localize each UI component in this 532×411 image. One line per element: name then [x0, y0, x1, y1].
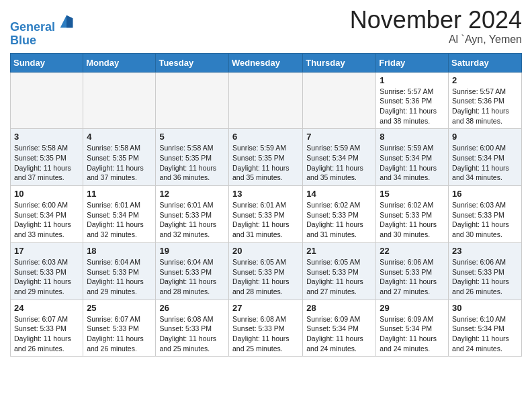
calendar-cell: 12Sunrise: 6:01 AMSunset: 5:33 PMDayligh… [156, 186, 229, 243]
calendar-cell: 11Sunrise: 6:01 AMSunset: 5:34 PMDayligh… [83, 186, 156, 243]
day-info: Sunrise: 5:59 AMSunset: 5:35 PMDaylight:… [232, 143, 299, 183]
day-info: Sunrise: 5:59 AMSunset: 5:34 PMDaylight:… [306, 143, 372, 183]
calendar-cell: 26Sunrise: 6:08 AMSunset: 5:33 PMDayligh… [156, 300, 229, 357]
day-info: Sunrise: 6:08 AMSunset: 5:33 PMDaylight:… [232, 314, 299, 354]
day-info: Sunrise: 5:57 AMSunset: 5:36 PMDaylight:… [380, 87, 445, 126]
day-number: 18 [87, 246, 152, 256]
day-info: Sunrise: 6:09 AMSunset: 5:34 PMDaylight:… [306, 314, 372, 354]
day-info: Sunrise: 6:01 AMSunset: 5:33 PMDaylight:… [232, 200, 299, 240]
calendar-cell: 3Sunrise: 5:58 AMSunset: 5:35 PMDaylight… [11, 129, 83, 186]
logo: General Blue [10, 12, 76, 48]
day-info: Sunrise: 6:03 AMSunset: 5:33 PMDaylight:… [452, 200, 518, 240]
day-number: 3 [14, 132, 79, 142]
logo-text: General [10, 12, 76, 34]
calendar-cell: 1Sunrise: 5:57 AMSunset: 5:36 PMDaylight… [376, 72, 449, 129]
day-number: 25 [87, 303, 152, 313]
day-number: 1 [380, 75, 445, 85]
day-number: 16 [452, 189, 518, 199]
day-info: Sunrise: 5:59 AMSunset: 5:34 PMDaylight:… [380, 143, 445, 183]
day-info: Sunrise: 5:58 AMSunset: 5:35 PMDaylight:… [159, 143, 225, 183]
calendar-header-row: SundayMondayTuesdayWednesdayThursdayFrid… [11, 53, 522, 72]
day-number: 14 [306, 189, 372, 199]
calendar-cell [228, 72, 302, 129]
day-number: 7 [306, 132, 372, 142]
calendar-week-row: 24Sunrise: 6:07 AMSunset: 5:33 PMDayligh… [11, 300, 522, 357]
page: General Blue November 2024 Al `Ayn, Yeme… [0, 0, 532, 367]
calendar-cell: 24Sunrise: 6:07 AMSunset: 5:33 PMDayligh… [11, 300, 83, 357]
day-info: Sunrise: 6:01 AMSunset: 5:34 PMDaylight:… [87, 200, 152, 240]
month-title: November 2024 [350, 7, 522, 34]
calendar-cell: 20Sunrise: 6:05 AMSunset: 5:33 PMDayligh… [228, 242, 302, 300]
day-info: Sunrise: 6:06 AMSunset: 5:33 PMDaylight:… [452, 257, 518, 297]
calendar-cell: 14Sunrise: 6:02 AMSunset: 5:33 PMDayligh… [303, 186, 376, 243]
calendar-cell: 30Sunrise: 6:10 AMSunset: 5:34 PMDayligh… [449, 300, 522, 357]
calendar-cell: 23Sunrise: 6:06 AMSunset: 5:33 PMDayligh… [449, 242, 522, 300]
day-info: Sunrise: 6:00 AMSunset: 5:34 PMDaylight:… [452, 143, 518, 183]
day-info: Sunrise: 6:02 AMSunset: 5:33 PMDaylight:… [380, 200, 445, 240]
weekday-header: Friday [376, 53, 449, 72]
day-info: Sunrise: 6:04 AMSunset: 5:33 PMDaylight:… [87, 257, 152, 297]
day-number: 21 [306, 246, 372, 256]
calendar-cell: 15Sunrise: 6:02 AMSunset: 5:33 PMDayligh… [376, 186, 449, 243]
logo-blue: Blue [10, 34, 76, 48]
day-number: 29 [380, 303, 445, 313]
calendar-week-row: 1Sunrise: 5:57 AMSunset: 5:36 PMDaylight… [11, 72, 522, 129]
calendar-table: SundayMondayTuesdayWednesdayThursdayFrid… [10, 53, 522, 357]
calendar-cell: 29Sunrise: 6:09 AMSunset: 5:34 PMDayligh… [376, 300, 449, 357]
day-info: Sunrise: 6:07 AMSunset: 5:33 PMDaylight:… [14, 314, 79, 354]
day-info: Sunrise: 6:05 AMSunset: 5:33 PMDaylight:… [306, 257, 372, 297]
day-info: Sunrise: 6:09 AMSunset: 5:34 PMDaylight:… [380, 314, 445, 354]
calendar-cell [11, 72, 83, 129]
day-info: Sunrise: 6:06 AMSunset: 5:33 PMDaylight:… [380, 257, 445, 297]
calendar-cell: 9Sunrise: 6:00 AMSunset: 5:34 PMDaylight… [449, 129, 522, 186]
calendar-cell: 8Sunrise: 5:59 AMSunset: 5:34 PMDaylight… [376, 129, 449, 186]
day-info: Sunrise: 6:02 AMSunset: 5:33 PMDaylight:… [306, 200, 372, 240]
day-number: 30 [452, 303, 518, 313]
calendar-cell: 13Sunrise: 6:01 AMSunset: 5:33 PMDayligh… [228, 186, 302, 243]
calendar-cell: 2Sunrise: 5:57 AMSunset: 5:36 PMDaylight… [449, 72, 522, 129]
calendar-cell: 5Sunrise: 5:58 AMSunset: 5:35 PMDaylight… [156, 129, 229, 186]
day-number: 11 [87, 189, 152, 199]
logo-general: General [10, 20, 55, 34]
calendar-cell: 16Sunrise: 6:03 AMSunset: 5:33 PMDayligh… [449, 186, 522, 243]
day-number: 13 [232, 189, 299, 199]
day-number: 12 [159, 189, 225, 199]
calendar-week-row: 10Sunrise: 6:00 AMSunset: 5:34 PMDayligh… [11, 186, 522, 243]
day-number: 10 [14, 189, 79, 199]
day-number: 15 [380, 189, 445, 199]
day-number: 9 [452, 132, 518, 142]
calendar-cell: 28Sunrise: 6:09 AMSunset: 5:34 PMDayligh… [303, 300, 376, 357]
day-number: 24 [14, 303, 79, 313]
title-block: November 2024 Al `Ayn, Yemen [350, 7, 522, 46]
day-info: Sunrise: 6:08 AMSunset: 5:33 PMDaylight:… [159, 314, 225, 354]
day-number: 2 [452, 75, 518, 85]
calendar-cell: 27Sunrise: 6:08 AMSunset: 5:33 PMDayligh… [228, 300, 302, 357]
day-number: 5 [159, 132, 225, 142]
weekday-header: Tuesday [156, 53, 229, 72]
weekday-header: Saturday [449, 53, 522, 72]
calendar-cell [83, 72, 156, 129]
calendar-cell: 25Sunrise: 6:07 AMSunset: 5:33 PMDayligh… [83, 300, 156, 357]
calendar-cell: 6Sunrise: 5:59 AMSunset: 5:35 PMDaylight… [228, 129, 302, 186]
day-number: 27 [232, 303, 299, 313]
day-number: 17 [14, 246, 79, 256]
day-number: 23 [452, 246, 518, 256]
day-info: Sunrise: 6:04 AMSunset: 5:33 PMDaylight:… [159, 257, 225, 297]
calendar-cell: 19Sunrise: 6:04 AMSunset: 5:33 PMDayligh… [156, 242, 229, 300]
calendar-cell: 4Sunrise: 5:58 AMSunset: 5:35 PMDaylight… [83, 129, 156, 186]
svg-marker-1 [66, 15, 73, 28]
location-title: Al `Ayn, Yemen [350, 34, 522, 46]
day-number: 8 [380, 132, 445, 142]
calendar-cell: 22Sunrise: 6:06 AMSunset: 5:33 PMDayligh… [376, 242, 449, 300]
weekday-header: Sunday [11, 53, 83, 72]
day-number: 4 [87, 132, 152, 142]
day-number: 22 [380, 246, 445, 256]
day-info: Sunrise: 6:00 AMSunset: 5:34 PMDaylight:… [14, 200, 79, 240]
calendar-cell: 17Sunrise: 6:03 AMSunset: 5:33 PMDayligh… [11, 242, 83, 300]
logo-icon [57, 12, 76, 31]
day-info: Sunrise: 5:58 AMSunset: 5:35 PMDaylight:… [87, 143, 152, 183]
day-number: 26 [159, 303, 225, 313]
calendar-cell: 10Sunrise: 6:00 AMSunset: 5:34 PMDayligh… [11, 186, 83, 243]
calendar-week-row: 3Sunrise: 5:58 AMSunset: 5:35 PMDaylight… [11, 129, 522, 186]
calendar-week-row: 17Sunrise: 6:03 AMSunset: 5:33 PMDayligh… [11, 242, 522, 300]
